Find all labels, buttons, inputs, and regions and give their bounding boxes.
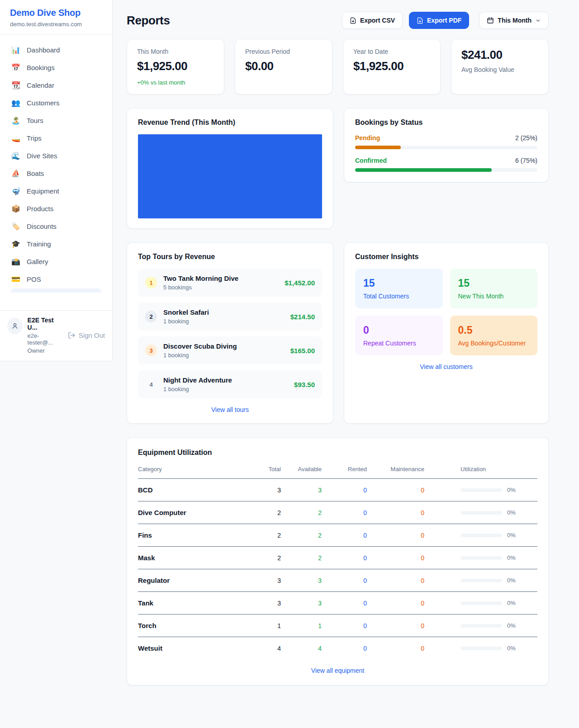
cell-utilization: 0% (424, 501, 537, 524)
calendar-icon (487, 17, 494, 24)
insights-row: Top Tours by Revenue 1 Two Tank Morning … (127, 242, 549, 424)
tour-bookings: 1 booking (163, 352, 237, 359)
tour-row[interactable]: 1 Two Tank Morning Dive 5 bookings $1,45… (138, 269, 322, 297)
user-role: Owner (28, 347, 63, 354)
cell-total: 1 (242, 615, 281, 637)
sidebar-item-training[interactable]: 🎓 Training (5, 235, 107, 253)
cell-rented: 0 (322, 637, 367, 660)
tour-row[interactable]: 4 Night Dive Adventure 1 booking $93.50 (138, 370, 322, 398)
sidebar-item-calendar[interactable]: 📆 Calendar (5, 76, 107, 94)
status-row-confirmed: Confirmed 6 (75%) (355, 157, 537, 172)
sidebar-item-trips[interactable]: 🚤 Trips (5, 129, 107, 147)
sidebar-item-tours[interactable]: 🏝️ Tours (5, 112, 107, 129)
sidebar-item-boats[interactable]: ⛵ Boats (5, 165, 107, 182)
package-icon: 📦 (11, 204, 20, 213)
stat-label: Avg Booking Value (461, 66, 538, 73)
view-all-tours-link[interactable]: View all tours (138, 406, 322, 413)
status-label-pending: Pending (355, 134, 380, 142)
top-tours-card: Top Tours by Revenue 1 Two Tank Morning … (127, 242, 333, 424)
tile-repeat-customers: 0 Repeat Customers (355, 316, 443, 355)
progress-track (355, 168, 537, 172)
tile-new-this-month: 15 New This Month (450, 269, 538, 308)
cell-rented: 0 (322, 547, 367, 569)
sidebar-item-customers[interactable]: 👥 Customers (5, 94, 107, 112)
export-csv-button[interactable]: Export CSV (342, 12, 403, 29)
stat-card-year-to-date: Year to Date $1,925.00 (343, 39, 441, 95)
sidebar: Demo Dive Shop demo.test.divestreams.com… (0, 0, 113, 361)
tour-name: Two Tank Morning Dive (163, 274, 238, 282)
cell-utilization: 0% (424, 615, 537, 637)
equipment-utilization-title: Equipment Utilization (138, 449, 537, 457)
period-dropdown[interactable]: This Month (479, 12, 549, 29)
sidebar-item-gallery[interactable]: 📸 Gallery (5, 253, 107, 270)
view-all-equipment-link[interactable]: View all equipment (138, 667, 537, 674)
sidebar-item-label: Dive Sites (27, 152, 57, 160)
cell-maintenance: 0 (367, 569, 424, 592)
export-pdf-button[interactable]: Export PDF (409, 12, 469, 29)
sailboat-icon: ⛵ (11, 169, 20, 178)
tour-revenue: $93.50 (294, 381, 315, 388)
utilization-bar (460, 601, 502, 605)
stat-card-this-month: This Month $1,925.00 +0% vs last month (127, 39, 224, 95)
rank-badge: 1 (145, 277, 157, 288)
sidebar-item-bookings[interactable]: 📅 Bookings (5, 59, 107, 76)
sidebar-item-label: Discounts (27, 222, 57, 230)
page-title: Reports (127, 14, 170, 28)
tour-revenue: $165.00 (290, 347, 315, 355)
sidebar-item-partial-highlight (11, 288, 101, 293)
stat-value: $241.00 (461, 48, 538, 62)
cell-maintenance: 0 (367, 592, 424, 615)
tile-label: Total Customers (363, 293, 435, 300)
sidebar-item-label: Products (27, 205, 53, 213)
tile-label: New This Month (458, 293, 530, 300)
customer-insights-title: Customer Insights (355, 253, 537, 261)
cell-category: Mask (138, 547, 242, 569)
cell-available: 4 (281, 637, 322, 660)
sidebar-item-label: Customers (27, 99, 60, 107)
status-count-pending: 2 (25%) (515, 134, 537, 142)
island-icon: 🏝️ (11, 116, 20, 125)
export-csv-label: Export CSV (360, 17, 395, 24)
tile-total-customers: 15 Total Customers (355, 269, 443, 308)
sidebar-item-pos[interactable]: 💳 POS (5, 270, 107, 288)
sidebar-item-discounts[interactable]: 🏷️ Discounts (5, 217, 107, 235)
rank-badge: 4 (145, 378, 157, 390)
sidebar-item-dive-sites[interactable]: 🌊 Dive Sites (5, 147, 107, 165)
sidebar-item-products[interactable]: 📦 Products (5, 200, 107, 217)
cell-available: 3 (281, 592, 322, 615)
sidebar-item-equipment[interactable]: 🤿 Equipment (5, 182, 107, 200)
utilization-percent: 0% (507, 645, 516, 652)
stat-label: Previous Period (245, 48, 322, 55)
cell-rented: 0 (322, 501, 367, 524)
table-row: Mask 2 2 0 0 0% (138, 547, 537, 569)
cell-total: 2 (242, 524, 281, 547)
equipment-utilization-card: Equipment Utilization Category Total Ava… (127, 437, 549, 685)
progress-fill-pending (355, 146, 401, 149)
stat-label: This Month (137, 48, 214, 55)
stat-label: Year to Date (353, 48, 430, 55)
sidebar-item-label: Training (27, 240, 51, 248)
cell-maintenance: 0 (367, 501, 424, 524)
sign-out-button[interactable]: Sign Out (68, 331, 105, 339)
cell-maintenance: 0 (367, 479, 424, 501)
tour-row[interactable]: 3 Discover Scuba Diving 1 booking $165.0… (138, 336, 322, 364)
tour-row[interactable]: 2 Snorkel Safari 1 booking $214.50 (138, 303, 322, 331)
file-download-icon (417, 17, 423, 24)
tile-avg-bookings-per-customer: 0.5 Avg Bookings/Customer (450, 316, 538, 355)
table-row: Dive Computer 2 2 0 0 0% (138, 501, 537, 524)
tour-bookings: 1 booking (163, 318, 209, 325)
cell-available: 3 (281, 569, 322, 592)
tour-revenue: $1,452.00 (285, 279, 315, 287)
sidebar-item-label: Tours (27, 117, 43, 124)
column-header-maintenance: Maintenance (367, 460, 424, 479)
cell-total: 2 (242, 501, 281, 524)
view-all-customers-link[interactable]: View all customers (355, 363, 537, 370)
bookings-by-status-title: Bookings by Status (355, 118, 537, 127)
chevron-down-icon (535, 18, 541, 24)
tour-bookings: 1 booking (163, 386, 232, 392)
sidebar-item-dashboard[interactable]: 📊 Dashboard (5, 41, 107, 59)
utilization-bar (460, 579, 502, 582)
cell-category: Wetsuit (138, 637, 242, 660)
cell-total: 2 (242, 547, 281, 569)
dashboard-icon: 📊 (11, 46, 20, 54)
